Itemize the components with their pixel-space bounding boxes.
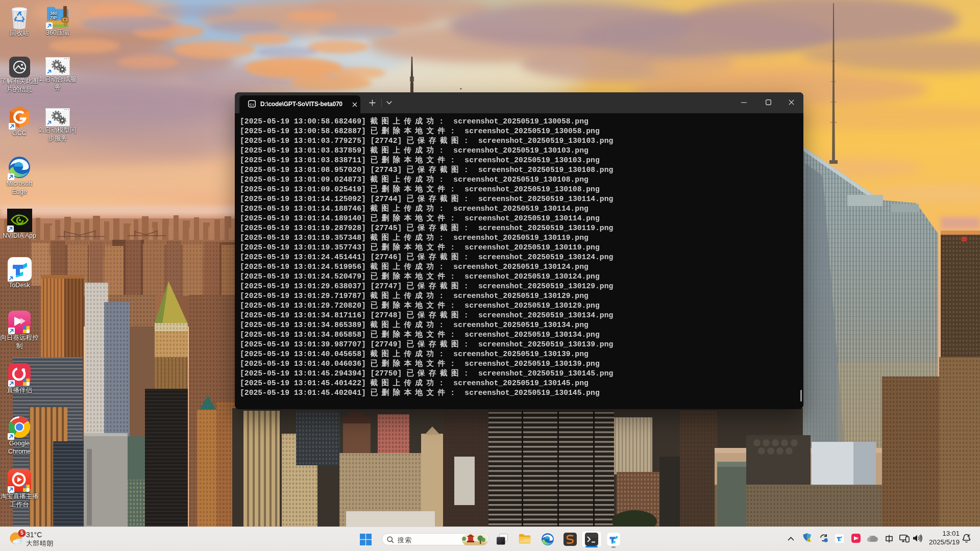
- svg-text:5: 5: [20, 530, 23, 536]
- svg-text:ZIP: ZIP: [50, 15, 57, 20]
- svg-text:z: z: [969, 533, 970, 536]
- svg-text:C:\: C:\: [250, 103, 254, 106]
